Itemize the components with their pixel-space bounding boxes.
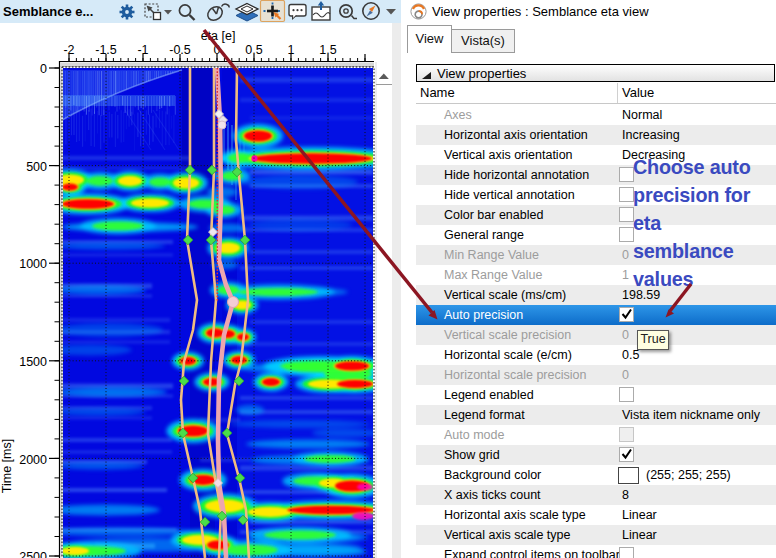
svg-text:1.5: 1.5 (319, 43, 336, 57)
svg-text:500: 500 (26, 160, 47, 174)
svg-text:-0.5: -0.5 (169, 43, 191, 57)
svg-text:-1.5: -1.5 (95, 43, 117, 57)
svg-text:0.5: 0.5 (245, 43, 262, 57)
svg-text:1: 1 (288, 43, 295, 57)
svg-text:-2: -2 (63, 43, 74, 57)
svg-text:-1: -1 (137, 43, 148, 57)
svg-text:Time [ms]: Time [ms] (0, 439, 14, 493)
svg-text:1000: 1000 (19, 257, 47, 271)
svg-text:2000: 2000 (19, 453, 47, 467)
svg-text:1500: 1500 (19, 355, 47, 369)
svg-text:0: 0 (214, 43, 221, 57)
svg-text:2500: 2500 (19, 550, 47, 558)
svg-text:eta [e]: eta [e] (201, 29, 236, 43)
svg-text:0: 0 (40, 62, 47, 76)
